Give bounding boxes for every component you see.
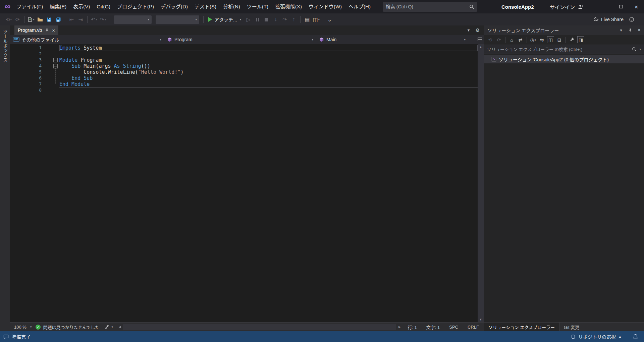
- find-in-files-button[interactable]: ▤: [303, 15, 311, 24]
- tab-git-changes[interactable]: Git 変更: [559, 323, 584, 331]
- tree-item-solution[interactable]: ソリューション 'ConsoleApp2' (0 個のプロジェクト): [484, 55, 644, 63]
- se-home-button[interactable]: ⌂: [508, 36, 515, 43]
- menu-edit[interactable]: 編集(E): [46, 0, 70, 13]
- solution-tree[interactable]: ソリューション 'ConsoleApp2' (0 個のプロジェクト): [484, 54, 644, 322]
- menu-test[interactable]: テスト(S): [191, 0, 220, 13]
- menu-help[interactable]: ヘルプ(H): [345, 0, 374, 13]
- pause-button[interactable]: [253, 15, 262, 24]
- indent-button[interactable]: ⇥: [76, 15, 85, 24]
- navigate-back-button[interactable]: ⟲▾: [4, 15, 13, 24]
- sign-in-person-icon[interactable]: [578, 4, 584, 9]
- switch-views-button[interactable]: ⇆: [538, 36, 545, 43]
- panel-toolbar-separator: [527, 37, 527, 43]
- tab-solution-explorer[interactable]: ソリューション エクスプローラー: [484, 323, 559, 331]
- notifications-button[interactable]: [633, 334, 638, 339]
- menu-debug[interactable]: デバッグ(D): [157, 0, 191, 13]
- editor-options-gear-icon[interactable]: ⚙: [475, 27, 480, 33]
- type-dropdown[interactable]: Program ▾: [164, 35, 316, 44]
- pending-changes-filter-button[interactable]: ◷▾: [530, 36, 537, 43]
- window-maximize-button[interactable]: [613, 0, 629, 13]
- health-indicator[interactable]: ✓ 問題は見つかりませんでした: [36, 324, 103, 330]
- search-options-chevron-icon[interactable]: ▾: [639, 48, 641, 51]
- debug-configuration-dropdown[interactable]: ▾: [114, 15, 152, 24]
- solution-search-box[interactable]: ▾: [484, 45, 644, 54]
- line-number: 4: [10, 63, 42, 69]
- undo-button[interactable]: ↶▾: [90, 15, 98, 24]
- tab-program-vb[interactable]: Program.vb ×: [14, 25, 58, 35]
- se-back-button[interactable]: ⟲: [487, 36, 494, 43]
- feedback-button[interactable]: [629, 17, 635, 22]
- menu-file[interactable]: ファイル(F): [13, 0, 46, 13]
- code-line: 8: [10, 87, 478, 93]
- solution-search-input[interactable]: [487, 47, 630, 52]
- panel-pin-icon[interactable]: [628, 28, 632, 33]
- open-file-button[interactable]: [36, 15, 44, 24]
- save-all-button[interactable]: [54, 15, 62, 24]
- tab-list-dropdown-icon[interactable]: ▼: [467, 28, 471, 32]
- caret-column-indicator[interactable]: 文字: 1: [422, 324, 444, 330]
- zoom-dropdown[interactable]: 100 % ▾: [10, 325, 36, 330]
- menu-analyze[interactable]: 分析(N): [220, 0, 244, 13]
- debug-target-dropdown[interactable]: ▾: [156, 15, 199, 24]
- horizontal-scrollbar-track[interactable]: [123, 324, 396, 330]
- collapse-all-button[interactable]: ⊟: [556, 36, 563, 43]
- start-without-debugging-button[interactable]: ▷: [244, 15, 253, 24]
- preview-selected-items-button[interactable]: ◨: [577, 36, 584, 43]
- step-into-button[interactable]: ↓: [271, 15, 280, 24]
- sync-with-active-document-button[interactable]: ⇄: [517, 36, 524, 43]
- properties-button[interactable]: [569, 36, 576, 43]
- menu-extensions[interactable]: 拡張機能(X): [272, 0, 305, 13]
- quick-search-box[interactable]: [383, 2, 477, 12]
- live-share-label: Live Share: [601, 17, 624, 22]
- live-share-button[interactable]: Live Share: [593, 17, 624, 22]
- code-cleanup-button[interactable]: ▾: [103, 325, 116, 330]
- horizontal-scrollbar[interactable]: ◀ ▶: [116, 323, 403, 331]
- whitespace-mode-indicator[interactable]: SPC: [444, 325, 463, 330]
- toolbox-label: ツールボックス: [2, 25, 8, 331]
- split-editor-button[interactable]: [478, 37, 482, 42]
- window-close-button[interactable]: ×: [629, 0, 644, 13]
- member-dropdown[interactable]: Main ▾: [316, 35, 469, 44]
- scroll-down-icon[interactable]: ▼: [479, 318, 482, 321]
- caret-line-indicator[interactable]: 行: 1: [403, 324, 421, 330]
- step-out-button[interactable]: ↑: [289, 15, 298, 24]
- pin-icon[interactable]: [45, 28, 49, 33]
- redo-button[interactable]: ↷▾: [99, 15, 107, 24]
- menu-git[interactable]: Git(G): [93, 0, 114, 13]
- menu-window[interactable]: ウィンドウ(W): [305, 0, 345, 13]
- show-all-files-button[interactable]: ◫: [547, 36, 554, 43]
- quick-search-input[interactable]: [386, 4, 469, 9]
- code-editor[interactable]: 1Imports System 2 3Module Program 4 Sub …: [10, 44, 478, 322]
- line-ending-indicator[interactable]: CRLF: [463, 325, 484, 330]
- navigate-forward-button[interactable]: ⟳: [13, 15, 22, 24]
- panel-close-icon[interactable]: ×: [638, 27, 641, 33]
- new-project-button[interactable]: ▾: [27, 15, 35, 24]
- project-dropdown[interactable]: VB その他のファイル ▾: [10, 35, 164, 44]
- tab-close-icon[interactable]: ×: [52, 27, 55, 33]
- menu-tools[interactable]: ツール(T): [244, 0, 272, 13]
- maximize-icon: [619, 5, 623, 8]
- vertical-scrollbar[interactable]: ▲ ▼: [478, 44, 484, 322]
- unindent-button[interactable]: ⇤: [67, 15, 76, 24]
- solution-windows-button[interactable]: ◫▾: [312, 15, 320, 24]
- fold-toggle-icon[interactable]: [53, 58, 58, 62]
- toolbar-overflow-button[interactable]: ⌄: [325, 15, 334, 24]
- step-over-button[interactable]: ↷: [280, 15, 289, 24]
- method-cube-icon: [319, 37, 324, 42]
- panel-options-chevron-icon[interactable]: ▼: [620, 28, 623, 32]
- window-minimize-button[interactable]: [598, 0, 613, 13]
- scroll-left-icon[interactable]: ◀: [116, 325, 123, 329]
- menu-project[interactable]: プロジェクト(P): [114, 0, 157, 13]
- save-button[interactable]: [45, 15, 53, 24]
- toolbox-side-tab[interactable]: ツールボックス: [0, 25, 10, 331]
- repository-select-button[interactable]: リポジトリの選択 ▲: [571, 333, 622, 340]
- menu-view[interactable]: 表示(V): [70, 0, 93, 13]
- search-icon[interactable]: [632, 47, 637, 52]
- attach-button[interactable]: アタッチ... ▾: [208, 16, 241, 23]
- se-forward-button[interactable]: ⟳: [495, 36, 502, 43]
- sign-in-button[interactable]: サインイン: [550, 3, 575, 10]
- stop-button[interactable]: [262, 15, 271, 24]
- fold-toggle-icon[interactable]: [53, 64, 58, 68]
- scroll-up-icon[interactable]: ▲: [479, 45, 482, 49]
- scroll-right-icon[interactable]: ▶: [396, 325, 403, 329]
